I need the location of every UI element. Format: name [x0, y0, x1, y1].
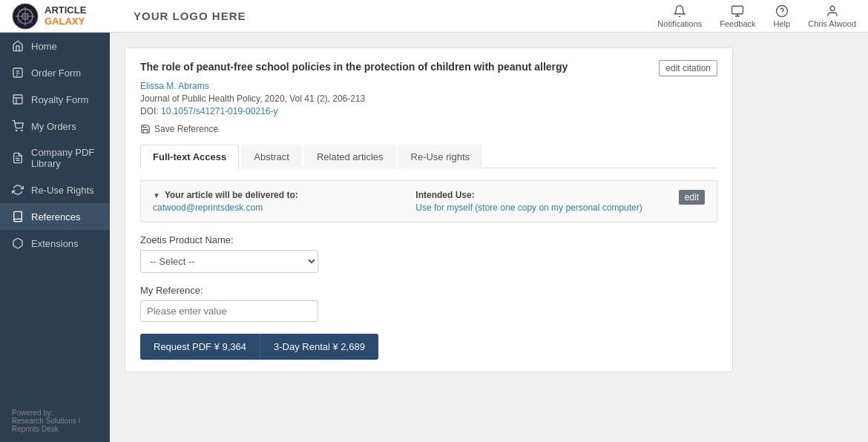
action-buttons: Request PDF ¥ 9,364 3-Day Rental ¥ 2,689 — [140, 334, 717, 360]
sidebar-item-royalty-form-label: Royalty Form — [31, 94, 88, 105]
client-logo: YOuR LOGO HERE — [122, 10, 657, 22]
references-icon — [12, 211, 24, 222]
sidebar-item-extensions-label: Extensions — [31, 238, 79, 249]
help-icon — [775, 4, 789, 18]
sidebar-item-my-orders-label: My Orders — [31, 121, 76, 132]
order-form-icon — [12, 67, 24, 79]
company-pdf-icon — [12, 152, 24, 164]
provider-label: Research Solutions / Reprints Desk — [12, 417, 98, 433]
sidebar-footer: Powered by: Research Solutions / Reprint… — [0, 400, 110, 442]
royalty-icon — [12, 93, 24, 105]
doi-link[interactable]: 10.1057/s41271-019-00216-y — [161, 106, 277, 116]
product-name-group: Zoetis Product Name: -- Select -- — [140, 234, 717, 273]
sidebar-item-my-orders[interactable]: My Orders — [0, 113, 110, 139]
delivery-left: ▼ Your article will be delivered to: cat… — [153, 190, 415, 213]
article-author: Elissa M. Abrams — [140, 81, 717, 91]
edit-delivery-button[interactable]: edit — [679, 190, 705, 205]
tabs: Full-text Access Abstract Related articl… — [140, 145, 717, 168]
feedback-label: Feedback — [720, 19, 755, 28]
sidebar-item-home-label: Home — [31, 41, 57, 52]
app-logo: ARTICLEGALAXY — [12, 3, 122, 30]
doi-label: DOI: — [140, 106, 159, 116]
svg-rect-5 — [732, 6, 743, 14]
notifications-button[interactable]: Notifications — [657, 4, 702, 28]
my-orders-icon — [12, 120, 24, 132]
feedback-button[interactable]: Feedback — [720, 4, 755, 28]
delivery-label: ▼ Your article will be delivered to: — [153, 190, 415, 200]
article-journal: Journal of Public Health Policy, 2020, V… — [140, 93, 717, 104]
request-pdf-button[interactable]: Request PDF ¥ 9,364 — [140, 334, 260, 360]
product-name-label: Zoetis Product Name: — [140, 234, 717, 245]
tab-full-text-access[interactable]: Full-text Access — [140, 145, 239, 168]
sidebar-item-royalty-form[interactable]: Royalty Form — [0, 86, 110, 113]
help-button[interactable]: Help — [774, 4, 791, 28]
delivery-header: ▼ Your article will be delivered to: cat… — [153, 190, 705, 213]
save-reference-label: Save Reference — [154, 124, 218, 134]
intended-label: Intended Use: — [415, 190, 678, 200]
tab-related-articles[interactable]: Related articles — [304, 145, 396, 168]
help-label: Help — [774, 19, 791, 28]
rental-button[interactable]: 3-Day Rental ¥ 2,689 — [260, 334, 378, 360]
topbar-actions: Notifications Feedback Help Chris Atwood — [657, 4, 856, 28]
user-menu-button[interactable]: Chris Atwood — [808, 4, 856, 28]
article-card: The role of peanut-free school policies … — [125, 47, 733, 372]
main-layout: Home Order Form Royalty Form — [0, 33, 868, 442]
delivery-email: catwood@reprintsdesk.com — [153, 202, 415, 213]
sidebar-item-extensions[interactable]: Extensions — [0, 230, 110, 257]
chevron-down-icon: ▼ — [153, 191, 160, 199]
intended-value: Use for myself (store one copy on my per… — [415, 202, 678, 213]
sidebar-item-re-use-rights[interactable]: Re-Use Rights — [0, 177, 110, 203]
sidebar-item-home[interactable]: Home — [0, 33, 110, 59]
svg-point-6 — [776, 5, 787, 16]
sidebar-item-order-form[interactable]: Order Form — [0, 59, 110, 86]
re-use-icon — [12, 184, 24, 196]
sidebar: Home Order Form Royalty Form — [0, 33, 110, 442]
sidebar-item-order-form-label: Order Form — [31, 67, 81, 79]
delivery-section: ▼ Your article will be delivered to: cat… — [140, 180, 717, 222]
article-header: The role of peanut-free school policies … — [140, 60, 717, 76]
sidebar-item-company-pdf[interactable]: Company PDF Library — [0, 139, 110, 177]
my-reference-group: My Reference: — [140, 285, 717, 322]
svg-point-8 — [830, 6, 835, 10]
sidebar-item-company-pdf-label: Company PDF Library — [31, 147, 98, 169]
svg-rect-13 — [13, 95, 22, 104]
sidebar-item-references[interactable]: References — [0, 203, 110, 230]
delivery-right: Intended Use: Use for myself (store one … — [415, 190, 678, 213]
home-icon — [12, 40, 24, 52]
svg-point-17 — [22, 130, 22, 131]
tab-re-use-rights[interactable]: Re-Use rights — [398, 145, 482, 168]
article-title: The role of peanut-free school policies … — [140, 60, 650, 75]
save-icon — [140, 124, 151, 134]
user-icon — [826, 4, 839, 18]
article-doi: DOI: 10.1057/s41271-019-00216-y — [140, 106, 717, 116]
tab-abstract[interactable]: Abstract — [241, 145, 302, 168]
my-reference-label: My Reference: — [140, 285, 717, 296]
sidebar-item-re-use-rights-label: Re-Use Rights — [31, 185, 94, 196]
my-reference-input[interactable] — [140, 300, 318, 322]
edit-citation-button[interactable]: edit citation — [659, 60, 717, 76]
logo-icon — [12, 3, 39, 30]
bell-icon — [673, 4, 686, 18]
product-name-select[interactable]: -- Select -- — [140, 250, 318, 273]
extensions-icon — [12, 237, 24, 249]
sidebar-item-references-label: References — [31, 211, 80, 222]
notifications-label: Notifications — [657, 19, 702, 28]
topbar: ARTICLEGALAXY YOuR LOGO HERE Notificatio… — [0, 0, 868, 33]
feedback-icon — [731, 4, 744, 18]
svg-point-16 — [16, 130, 16, 131]
brand-name: ARTICLEGALAXY — [45, 5, 86, 27]
save-reference-button[interactable]: Save Reference — [140, 124, 717, 134]
user-label: Chris Atwood — [808, 19, 856, 28]
powered-by-label: Powered by: — [12, 409, 98, 417]
content-area: The role of peanut-free school policies … — [110, 33, 868, 442]
